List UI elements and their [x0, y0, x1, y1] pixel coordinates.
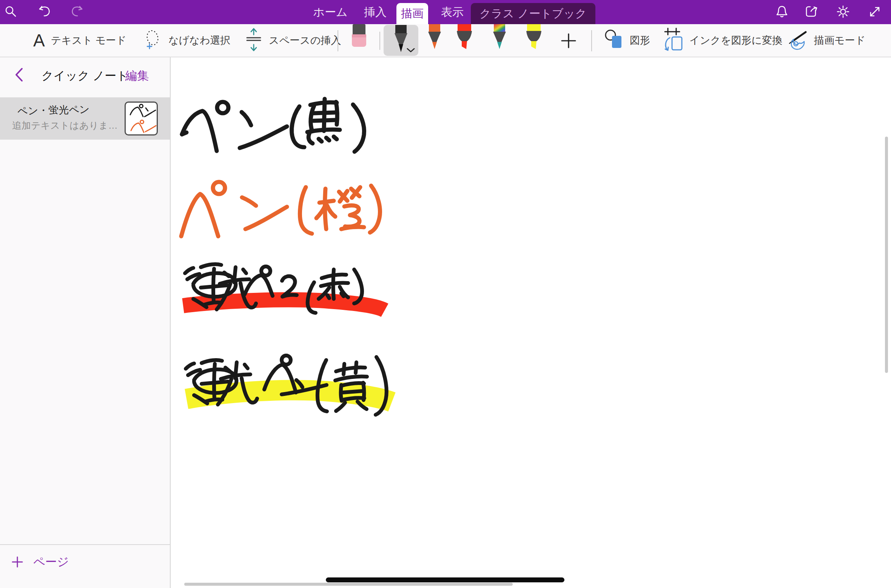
lasso-select-button[interactable]: なげなわ選択	[143, 24, 231, 57]
red-highlighter-tool[interactable]	[455, 24, 474, 51]
lasso-select-label: なげなわ選択	[168, 34, 231, 47]
text-mode-icon: A	[33, 32, 45, 49]
ink-to-shape-icon	[663, 27, 683, 54]
tab-view[interactable]: 表示	[435, 0, 470, 24]
ink-to-shape-button[interactable]: インクを図形に変換	[663, 24, 782, 57]
plus-icon	[11, 556, 23, 568]
tab-insert[interactable]: 挿入	[358, 0, 393, 24]
draw-ribbon: A テキスト モード なげなわ選択 スペースの挿入	[0, 24, 891, 57]
insert-space-label: スペースの挿入	[269, 34, 341, 47]
sidebar-footer: ページ	[0, 544, 170, 588]
gear-icon[interactable]	[836, 5, 850, 19]
eraser-tool[interactable]	[351, 24, 367, 48]
add-page-button[interactable]: ページ	[11, 554, 69, 570]
chevron-down-icon[interactable]	[406, 48, 415, 54]
page-list-item-selected[interactable]: ペン・蛍光ペン 追加テキストはありま…	[0, 97, 170, 140]
page-thumbnail	[125, 102, 158, 135]
expand-icon[interactable]	[868, 5, 882, 19]
ribbon-divider	[338, 30, 338, 51]
black-pen-tool-selected[interactable]	[384, 25, 418, 56]
tab-class-notebook[interactable]: クラス ノートブック	[471, 3, 595, 24]
draw-mode-label: 描画モード	[814, 34, 865, 47]
note-drawing-canvas[interactable]: ペン(黒) ペン(橙) 蛍光ペン(赤) 蛍光ペン(黄)	[171, 57, 891, 588]
shapes-icon	[604, 29, 624, 52]
tab-draw[interactable]: 描画	[396, 3, 428, 24]
ink-to-shape-label: インクを図形に変換	[689, 34, 782, 47]
ink-strokes	[171, 57, 891, 588]
lasso-icon	[143, 29, 162, 52]
shapes-label: 図形	[630, 34, 650, 47]
insert-space-button[interactable]: スペースの挿入	[245, 24, 341, 57]
page-title-handwritten: ペン・蛍光ペン	[17, 102, 90, 118]
top-app-bar: ホーム 挿入 描画 表示 クラス ノートブック	[0, 0, 891, 24]
search-icon[interactable]	[4, 5, 18, 19]
ribbon-divider	[379, 32, 380, 50]
rainbow-pen-tool[interactable]	[490, 24, 509, 51]
horizontal-scrollbar[interactable]	[184, 583, 513, 586]
share-icon[interactable]	[805, 5, 819, 19]
vertical-scrollbar[interactable]	[885, 137, 888, 373]
orange-pen-tool[interactable]	[425, 24, 444, 51]
draw-mode-icon	[788, 29, 808, 52]
tab-home[interactable]: ホーム	[310, 0, 351, 24]
redo-icon[interactable]	[69, 5, 84, 19]
bell-icon[interactable]	[775, 5, 789, 19]
insert-space-icon	[245, 28, 263, 53]
draw-mode-button[interactable]: 描画モード	[788, 24, 865, 57]
yellow-highlighter-tool[interactable]	[524, 24, 544, 51]
edit-button[interactable]: 編集	[125, 68, 149, 84]
text-mode-button[interactable]: A テキスト モード	[33, 24, 126, 57]
page-subtitle: 追加テキストはありま…	[12, 119, 118, 132]
page-list-sidebar: クイック ノート 編集 ペン・蛍光ペン 追加テキストはありま…	[0, 57, 171, 588]
add-pen-button[interactable]	[560, 32, 577, 49]
home-indicator[interactable]	[326, 577, 564, 582]
undo-icon[interactable]	[38, 5, 52, 19]
add-page-label: ページ	[33, 554, 69, 570]
text-mode-label: テキスト モード	[51, 34, 126, 47]
ribbon-divider	[591, 30, 592, 51]
shapes-button[interactable]: 図形	[604, 24, 650, 57]
